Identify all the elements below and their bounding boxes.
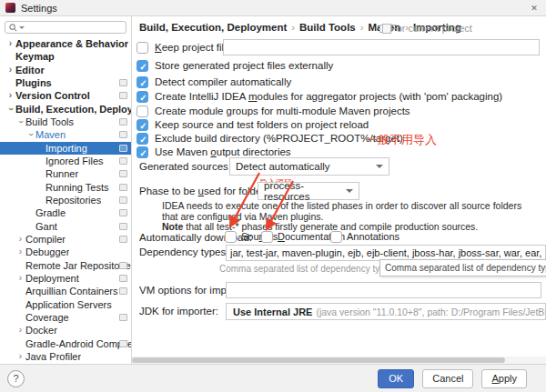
current-project-label: For current project xyxy=(390,23,472,34)
checkbox-create-module-groups-for-multi-module-ma[interactable] xyxy=(136,106,148,117)
sidebar-item-build-execution-deployment[interactable]: ›Build, Execution, Deployment xyxy=(0,103,132,116)
app-icon xyxy=(5,3,15,13)
sidebar-item-java-profiler[interactable]: ›Java Profiler xyxy=(0,350,132,363)
sidebar-item-application-servers[interactable]: Application Servers xyxy=(0,298,132,311)
chevron-down-icon[interactable]: › xyxy=(26,130,35,140)
checkbox-label: Annotations xyxy=(347,231,399,242)
chevron-right-icon[interactable]: › xyxy=(5,39,15,48)
scrollbar-thumb[interactable] xyxy=(132,357,505,363)
sidebar-item-label: Editor xyxy=(15,65,45,75)
screen-badge-icon xyxy=(119,118,127,126)
chevron-right-icon[interactable]: › xyxy=(15,274,25,283)
sidebar-item-editor[interactable]: ›Editor xyxy=(0,64,132,76)
chevron-right-icon[interactable]: › xyxy=(15,326,25,335)
breadcrumb-item-build-execution-deployment[interactable]: Build, Execution, Deployment xyxy=(139,22,287,33)
sidebar-item-label: Repositories xyxy=(46,195,101,206)
chevron-right-icon[interactable]: › xyxy=(15,247,25,256)
help-button[interactable]: ? xyxy=(7,370,25,387)
checkbox-annotations[interactable] xyxy=(330,231,342,243)
sidebar-item-repositories[interactable]: Repositories xyxy=(0,194,132,206)
chevron-right-icon[interactable]: › xyxy=(5,65,15,75)
close-icon[interactable]: ✕ xyxy=(528,2,541,15)
dependency-types-label: Dependency types: xyxy=(139,246,228,257)
phase-dropdown[interactable]: process-resources xyxy=(258,182,359,200)
sidebar-item-ignored-files[interactable]: Ignored Files xyxy=(0,155,132,167)
breadcrumb-item-build-tools[interactable]: Build Tools xyxy=(299,22,356,33)
jdk-dropdown[interactable]: Use Internal JRE (java version "11.0.10+… xyxy=(226,303,546,320)
checkbox-store-generated-project-files-externally[interactable] xyxy=(136,60,148,72)
checkbox-create-intellij-idea-modules-for-aggrega[interactable] xyxy=(136,91,148,103)
sidebar-item-label: Appearance & Behavior xyxy=(15,38,128,49)
sidebar-item-remote-jar-repositories[interactable]: Remote Jar Repositories xyxy=(0,259,132,272)
search-input[interactable] xyxy=(5,21,126,34)
sidebar-item-debugger[interactable]: ›Debugger xyxy=(0,246,132,258)
chevron-down-icon[interactable]: › xyxy=(16,117,25,127)
screen-badge-icon xyxy=(119,236,127,243)
chevron-right-icon[interactable]: › xyxy=(5,91,15,100)
sidebar-item-maven[interactable]: ›Maven xyxy=(0,128,132,141)
sidebar-item-label: Plugins xyxy=(15,77,52,88)
screen-badge-icon xyxy=(119,79,127,86)
sidebar-item-label: Maven xyxy=(35,129,66,140)
checkbox-documentation[interactable] xyxy=(261,231,273,243)
title-bar: Settings ✕ xyxy=(0,0,546,16)
breadcrumb-separator: › xyxy=(291,22,295,33)
current-project-note: For current project xyxy=(379,23,472,34)
ok-button[interactable]: OK xyxy=(378,369,414,388)
sidebar-item-label: Version Control xyxy=(15,90,90,101)
sidebar-item-label: Build, Execution, Deployment xyxy=(15,104,132,115)
sidebar-item-gradle[interactable]: Gradle xyxy=(0,206,132,219)
screen-badge-icon xyxy=(119,275,127,282)
settings-tree: ›Appearance & BehaviorKeymap›EditorPlugi… xyxy=(0,37,132,363)
keep-project-files-field[interactable] xyxy=(223,39,540,55)
sidebar-item-runner[interactable]: Runner xyxy=(0,167,132,180)
sidebar-item-docker[interactable]: ›Docker xyxy=(0,324,132,337)
sidebar-item-label: Application Servers xyxy=(25,299,112,310)
chevron-down-icon[interactable]: › xyxy=(6,104,15,114)
sidebar-item-importing[interactable]: Importing xyxy=(0,142,132,155)
keep-project-files-checkbox[interactable] xyxy=(136,42,148,54)
generated-sources-value: Detect automatically xyxy=(236,161,370,172)
checkbox-exclude-build-directory-project-root-tar[interactable] xyxy=(136,133,148,145)
sidebar-item-keymap[interactable]: Keymap xyxy=(0,50,132,63)
screen-badge-icon xyxy=(119,314,127,321)
settings-sidebar: ›Appearance & BehaviorKeymap›EditorPlugi… xyxy=(0,16,132,364)
checkbox-detect-compiler-automatically[interactable] xyxy=(136,76,148,88)
cancel-button[interactable]: Cancel xyxy=(422,369,473,388)
sidebar-item-gant[interactable]: Gant xyxy=(0,220,132,233)
checkbox-sources[interactable] xyxy=(225,231,237,243)
checkbox-label: Create IntelliJ IDEA modules for aggrega… xyxy=(155,91,502,102)
download-option-annotations: Annotations xyxy=(330,229,399,244)
checkbox-use-maven-output-directories[interactable] xyxy=(136,146,148,158)
generated-sources-dropdown[interactable]: Detect automatically xyxy=(229,157,389,176)
sidebar-item-compiler[interactable]: ›Compiler xyxy=(0,233,132,246)
screen-badge-icon xyxy=(119,184,127,191)
checkbox-keep-source-and-test-folders-on-project-[interactable] xyxy=(136,119,148,131)
apply-button[interactable]: Apply xyxy=(481,369,527,388)
sidebar-item-deployment[interactable]: ›Deployment xyxy=(0,272,132,285)
sidebar-item-plugins[interactable]: Plugins xyxy=(0,76,132,89)
sidebar-item-label: Gradle-Android Compiler xyxy=(25,338,132,349)
screen-badge-icon xyxy=(119,340,127,347)
jdk-value-detail: (java version "11.0.10+8", path: D:/Prog… xyxy=(316,307,546,317)
screen-badge-icon xyxy=(119,131,127,138)
sidebar-item-label: Debugger xyxy=(25,246,69,257)
sidebar-item-appearance-behavior[interactable]: ›Appearance & Behavior xyxy=(0,37,132,50)
sidebar-item-gradle-android-compiler[interactable]: Gradle-Android Compiler xyxy=(0,337,132,350)
sidebar-item-running-tests[interactable]: Running Tests xyxy=(0,181,132,194)
sidebar-item-coverage[interactable]: Coverage xyxy=(0,311,132,324)
sidebar-item-arquillian-containers[interactable]: Arquillian Containers xyxy=(0,285,132,297)
sidebar-item-build-tools[interactable]: ›Build Tools xyxy=(0,116,132,128)
horizontal-scrollbar[interactable] xyxy=(132,357,546,364)
search-history-caret-icon[interactable] xyxy=(19,26,25,29)
screen-badge-icon xyxy=(119,145,127,152)
screen-badge-icon xyxy=(119,209,127,216)
sidebar-item-label: Ignored Files xyxy=(46,156,104,166)
dropdown-caret-icon xyxy=(346,189,353,193)
jdk-label: JDK for importer: xyxy=(139,306,218,317)
checkbox-label: Keep source and test folders on project … xyxy=(155,119,369,130)
sidebar-item-version-control[interactable]: ›Version Control xyxy=(0,89,132,102)
vm-options-field[interactable] xyxy=(226,282,541,298)
chevron-right-icon[interactable]: › xyxy=(15,235,25,244)
chevron-right-icon[interactable]: › xyxy=(15,352,25,361)
